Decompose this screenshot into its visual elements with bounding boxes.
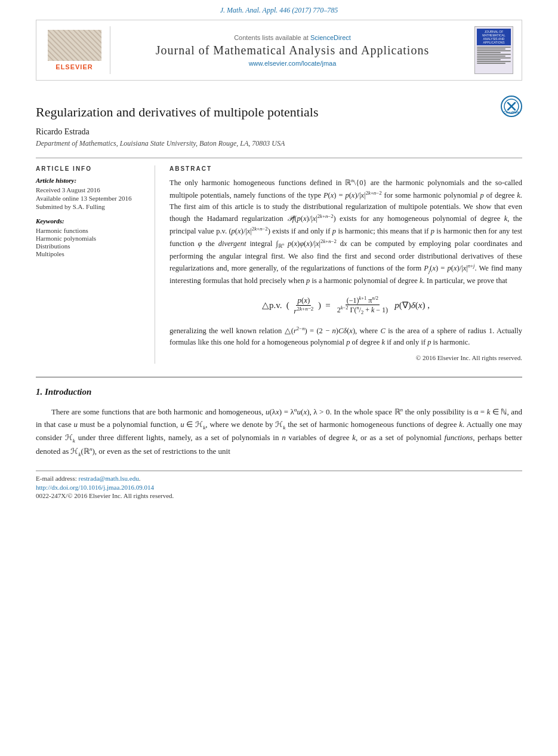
author-name: Ricardo Estrada — [36, 127, 522, 137]
journal-title-header: Journal of Mathematical Analysis and App… — [119, 44, 466, 57]
journal-header: ELSEVIER Contents lists available at Sci… — [36, 20, 522, 81]
elsevier-logo: ELSEVIER — [45, 26, 110, 74]
section-1-title: 1. Introduction — [36, 387, 522, 397]
article-info-panel: ARTICLE INFO Article history: Received 3… — [36, 165, 155, 364]
keyword-1: Harmonic functions — [36, 227, 144, 234]
section-divider — [36, 377, 522, 377]
copyright: © 2016 Elsevier Inc. All rights reserved… — [169, 353, 522, 363]
journal-ref: J. Math. Anal. Appl. 446 (2017) 770–785 — [0, 0, 558, 20]
footnote-area: E-mail address: restrada@math.lsu.edu. h… — [36, 471, 522, 499]
svg-text:CrossMark: CrossMark — [504, 110, 519, 114]
available-date: Available online 13 September 2016 — [36, 195, 144, 202]
abstract-panel: ABSTRACT The only harmonic homogeneous f… — [169, 165, 522, 364]
keyword-2: Harmonic polynomials — [36, 235, 144, 242]
abstract-label: ABSTRACT — [169, 165, 522, 172]
submitted-by: Submitted by S.A. Fulling — [36, 203, 144, 210]
article-title: Regularization and derivatives of multip… — [36, 105, 318, 120]
affiliation: Department of Mathematics, Louisiana Sta… — [36, 139, 522, 148]
keywords-section: Keywords: Harmonic functions Harmonic po… — [36, 217, 144, 257]
email-footnote: E-mail address: restrada@math.lsu.edu. — [36, 475, 522, 482]
crossmark-badge: CrossMark — [501, 96, 522, 117]
email-link[interactable]: restrada@math.lsu.edu — [78, 475, 138, 482]
elsevier-brand: ELSEVIER — [56, 63, 93, 70]
keyword-3: Distributions — [36, 242, 144, 250]
scidir-link[interactable]: ScienceDirect — [310, 34, 351, 41]
article-history-label: Article history: — [36, 177, 144, 184]
abstract-text: The only harmonic homogeneous functions … — [169, 177, 522, 364]
header-divider — [36, 158, 522, 158]
article-info-label: ARTICLE INFO — [36, 165, 144, 172]
section-1-body: There are some functions that are both h… — [36, 405, 522, 459]
keywords-label: Keywords: — [36, 217, 144, 225]
journal-url[interactable]: www.elsevier.com/locate/jmaa — [119, 60, 466, 67]
keyword-4: Multipoles — [36, 250, 144, 257]
received-date: Received 3 August 2016 — [36, 186, 144, 193]
header-center: Contents lists available at ScienceDirec… — [119, 34, 466, 67]
display-formula: △p.v. ( p(x) r2k+n−2 ) = (−1)k+1 πn/2 2k… — [169, 296, 522, 316]
doi-link[interactable]: http://dx.doi.org/10.1016/j.jmaa.2016.09… — [36, 484, 522, 491]
contents-line: Contents lists available at ScienceDirec… — [119, 34, 466, 41]
issn-line: 0022-247X/© 2016 Elsevier Inc. All right… — [36, 492, 522, 499]
journal-thumbnail: JOURNAL OFMATHEMATICALANALYSIS ANDAPPLIC… — [474, 26, 513, 74]
